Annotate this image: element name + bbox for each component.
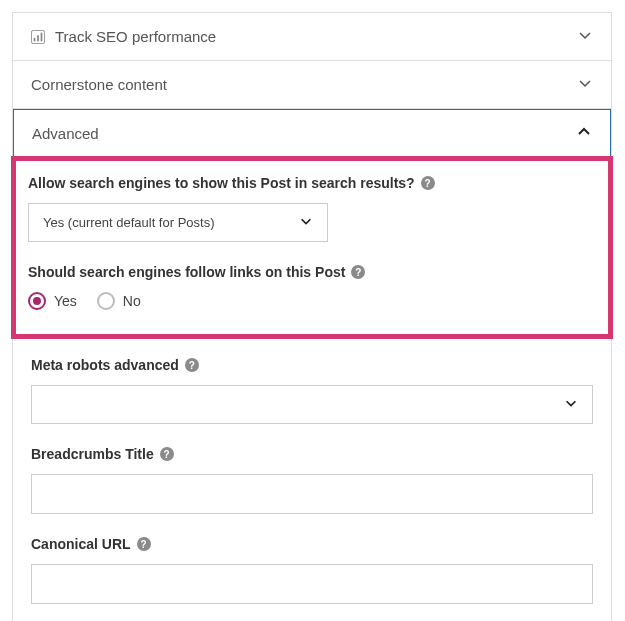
canonical-input[interactable] (31, 564, 593, 604)
chevron-down-icon (577, 27, 593, 46)
panel-title: Cornerstone content (31, 76, 167, 93)
chevron-down-icon (577, 75, 593, 94)
field-label: Should search engines follow links on th… (28, 264, 596, 280)
field-label: Allow search engines to show this Post i… (28, 175, 596, 191)
help-icon[interactable]: ? (160, 447, 174, 461)
field-breadcrumbs: Breadcrumbs Title ? (31, 446, 593, 514)
help-icon[interactable]: ? (137, 537, 151, 551)
chevron-up-icon (576, 124, 592, 143)
chart-icon (31, 30, 45, 44)
help-icon[interactable]: ? (185, 358, 199, 372)
follow-links-radios: Yes No (28, 292, 596, 310)
seo-panel-container: Track SEO performance Cornerstone conten… (12, 12, 612, 621)
index-settings-highlight: Allow search engines to show this Post i… (11, 156, 613, 339)
chevron-down-icon (299, 214, 313, 231)
label-text: Allow search engines to show this Post i… (28, 175, 415, 191)
field-label: Canonical URL ? (31, 536, 593, 552)
breadcrumbs-input[interactable] (31, 474, 593, 514)
svg-rect-3 (41, 32, 43, 41)
field-label: Breadcrumbs Title ? (31, 446, 593, 462)
svg-rect-2 (37, 35, 39, 41)
field-canonical: Canonical URL ? (31, 536, 593, 604)
panel-cornerstone[interactable]: Cornerstone content (13, 61, 611, 109)
field-follow-links: Should search engines follow links on th… (28, 264, 596, 310)
label-text: Breadcrumbs Title (31, 446, 154, 462)
panel-advanced[interactable]: Advanced (13, 109, 611, 158)
meta-robots-select[interactable] (31, 385, 593, 424)
radio-label: Yes (54, 293, 77, 309)
radio-indicator (97, 292, 115, 310)
field-search-results: Allow search engines to show this Post i… (28, 175, 596, 242)
field-meta-robots: Meta robots advanced ? (31, 357, 593, 424)
panel-title: Advanced (32, 125, 99, 142)
radio-no[interactable]: No (97, 292, 141, 310)
field-label: Meta robots advanced ? (31, 357, 593, 373)
help-icon[interactable]: ? (421, 176, 435, 190)
panel-title: Track SEO performance (55, 28, 216, 45)
radio-indicator (28, 292, 46, 310)
label-text: Should search engines follow links on th… (28, 264, 345, 280)
search-results-select[interactable]: Yes (current default for Posts) (28, 203, 328, 242)
help-icon[interactable]: ? (351, 265, 365, 279)
chevron-down-icon (564, 396, 578, 413)
select-value: Yes (current default for Posts) (43, 215, 215, 230)
advanced-panel-body: Allow search engines to show this Post i… (13, 158, 611, 621)
radio-label: No (123, 293, 141, 309)
label-text: Canonical URL (31, 536, 131, 552)
label-text: Meta robots advanced (31, 357, 179, 373)
radio-yes[interactable]: Yes (28, 292, 77, 310)
svg-rect-1 (34, 37, 36, 41)
panel-track-seo[interactable]: Track SEO performance (13, 13, 611, 61)
